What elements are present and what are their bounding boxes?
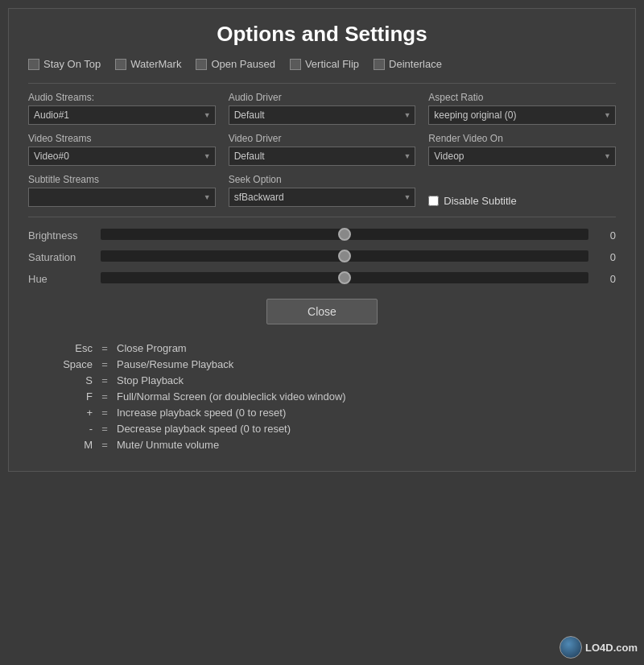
shortcut-key-esc: Esc [52, 342, 93, 354]
shortcut-desc-space: Pause/Resume Playback [117, 358, 233, 370]
brightness-label: Brightness [28, 229, 93, 242]
video-streams-group: Video Streams Video#0 [28, 133, 216, 166]
shortcut-eq-1: = [93, 358, 117, 370]
deinterlace-checkbox[interactable] [374, 59, 385, 70]
hue-slider[interactable] [101, 272, 588, 283]
deinterlace-item: Deinterlace [374, 58, 442, 70]
shortcut-eq-2: = [93, 374, 117, 386]
shortcut-eq-0: = [93, 342, 117, 354]
vertical-flip-checkbox[interactable] [290, 59, 301, 70]
saturation-row: Saturation 0 [28, 250, 616, 264]
options-dialog: Options and Settings Stay On Top WaterMa… [8, 8, 636, 472]
watermark-label[interactable]: WaterMark [130, 58, 181, 70]
render-video-on-select[interactable]: Videop [428, 147, 616, 166]
render-video-on-group: Render Video On Videop [428, 133, 616, 166]
seek-option-group: Seek Option sfBackward [229, 174, 416, 207]
hue-row: Hue 0 [28, 272, 616, 286]
saturation-slider[interactable] [101, 250, 588, 262]
aspect-ratio-label: Aspect Ratio [428, 92, 616, 103]
checkbox-row: Stay On Top WaterMark Open Paused Vertic… [28, 58, 616, 70]
shortcut-desc-minus: Decrease playback speed (0 to reset) [117, 423, 291, 435]
audio-streams-label: Audio Streams: [28, 92, 216, 103]
subtitle-streams-label: Subtitle Streams [28, 174, 216, 185]
open-paused-checkbox[interactable] [196, 59, 207, 70]
watermark-item: WaterMark [115, 58, 181, 70]
subtitle-streams-wrapper [28, 188, 216, 207]
controls-row3: Subtitle Streams Seek Option sfBackward … [28, 174, 616, 207]
vertical-flip-item: Vertical Flip [290, 58, 359, 70]
stay-on-top-checkbox[interactable] [28, 59, 39, 70]
brightness-track [101, 229, 588, 242]
shortcut-s: S = Stop Playback [52, 374, 616, 386]
shortcut-desc-plus: Increase playback speed (0 to reset) [117, 407, 286, 419]
audio-streams-group: Audio Streams: Audio#1 [28, 92, 216, 125]
shortcut-key-plus: + [52, 407, 93, 419]
subtitle-streams-group: Subtitle Streams [28, 174, 216, 207]
render-video-on-label: Render Video On [428, 133, 616, 144]
deinterlace-label[interactable]: Deinterlace [389, 58, 442, 70]
video-driver-group: Video Driver Default [229, 133, 416, 166]
subtitle-streams-select[interactable] [28, 188, 216, 207]
shortcut-eq-3: = [93, 390, 117, 403]
shortcut-f: F = Full/Normal Screen (or doubleclick v… [52, 390, 616, 403]
brightness-value: 0 [597, 229, 616, 242]
brightness-row: Brightness 0 [28, 229, 616, 242]
saturation-track [101, 250, 588, 264]
shortcut-eq-5: = [93, 423, 117, 435]
audio-driver-select[interactable]: Default [229, 105, 416, 125]
shortcut-minus: - = Decrease playback speed (0 to reset) [52, 423, 616, 435]
close-button[interactable]: Close [266, 299, 378, 324]
shortcut-desc-f: Full/Normal Screen (or doubleclick video… [117, 390, 346, 403]
video-streams-select[interactable]: Video#0 [28, 147, 216, 166]
sliders-section: Brightness 0 Saturation 0 Hue 0 [28, 217, 616, 286]
video-driver-wrapper: Default [229, 147, 416, 166]
aspect-ratio-select[interactable]: keeping original (0) [428, 105, 616, 125]
hue-value: 0 [597, 273, 616, 285]
shortcut-plus: + = Increase playback speed (0 to reset) [52, 407, 616, 419]
aspect-ratio-group: Aspect Ratio keeping original (0) [428, 92, 616, 125]
video-driver-select[interactable]: Default [229, 147, 416, 166]
video-streams-label: Video Streams [28, 133, 216, 144]
disable-subtitle-wrap: Disable Subtitle [428, 180, 616, 207]
shortcut-key-s: S [52, 374, 93, 386]
watermark-globe-icon [559, 636, 582, 659]
brightness-slider[interactable] [101, 229, 588, 240]
shortcut-m: M = Mute/ Unmute volume [52, 439, 616, 451]
shortcut-key-m: M [52, 439, 93, 451]
disable-subtitle-checkbox[interactable] [428, 196, 439, 206]
shortcut-key-space: Space [52, 358, 93, 370]
stay-on-top-label[interactable]: Stay On Top [43, 58, 101, 70]
controls-row1: Audio Streams: Audio#1 Audio Driver Defa… [28, 92, 616, 125]
audio-streams-wrapper: Audio#1 [28, 105, 216, 125]
open-paused-label[interactable]: Open Paused [211, 58, 275, 70]
hue-label: Hue [28, 273, 93, 285]
watermark-checkbox[interactable] [115, 59, 126, 70]
aspect-ratio-wrapper: keeping original (0) [428, 105, 616, 125]
disable-subtitle-group: Disable Subtitle [428, 180, 616, 207]
audio-streams-select[interactable]: Audio#1 [28, 105, 216, 125]
open-paused-item: Open Paused [196, 58, 275, 70]
controls-row2: Video Streams Video#0 Video Driver Defau… [28, 133, 616, 166]
seek-option-wrapper: sfBackward [229, 188, 416, 207]
disable-subtitle-label[interactable]: Disable Subtitle [444, 195, 516, 207]
dialog-title: Options and Settings [28, 22, 616, 47]
shortcuts-section: Esc = Close Program Space = Pause/Resume… [28, 339, 616, 451]
video-streams-wrapper: Video#0 [28, 147, 216, 166]
top-divider [28, 83, 616, 84]
shortcut-key-f: F [52, 390, 93, 403]
saturation-value: 0 [597, 251, 616, 263]
shortcut-desc-m: Mute/ Unmute volume [117, 439, 219, 451]
vertical-flip-label[interactable]: Vertical Flip [305, 58, 359, 70]
watermark-badge: LO4D.com [559, 636, 638, 659]
shortcut-eq-6: = [93, 439, 117, 451]
render-video-on-wrapper: Videop [428, 147, 616, 166]
video-driver-label: Video Driver [229, 133, 416, 144]
watermark-text: LO4D.com [585, 642, 638, 654]
shortcut-desc-esc: Close Program [117, 342, 187, 354]
shortcut-eq-4: = [93, 407, 117, 419]
shortcut-space: Space = Pause/Resume Playback [52, 358, 616, 370]
seek-option-select[interactable]: sfBackward [229, 188, 416, 207]
stay-on-top-item: Stay On Top [28, 58, 101, 70]
shortcut-desc-s: Stop Playback [117, 374, 184, 386]
audio-driver-group: Audio Driver Default [229, 92, 416, 125]
